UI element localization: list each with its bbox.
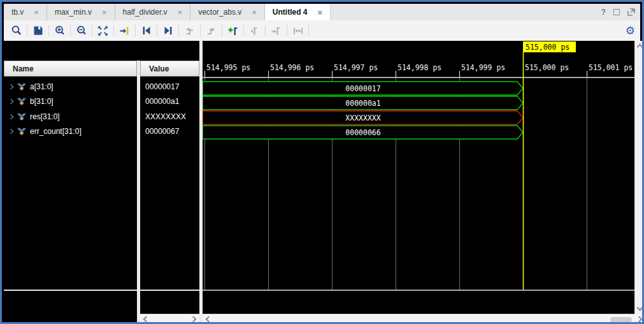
signal-name: res[31:0] bbox=[30, 112, 60, 121]
previous-marker-icon[interactable] bbox=[246, 22, 263, 39]
scroll-left-icon[interactable] bbox=[143, 316, 150, 323]
zoom-in-icon[interactable] bbox=[51, 22, 68, 39]
tab-half-divider-v[interactable]: half_divider.v × bbox=[115, 4, 191, 20]
signal-value: 00000067 bbox=[145, 127, 179, 136]
ruler-label: 514,999 ps bbox=[461, 63, 505, 72]
expand-chevron-icon[interactable] bbox=[8, 84, 13, 89]
column-header-value[interactable]: Value bbox=[140, 61, 199, 77]
close-icon[interactable]: × bbox=[317, 8, 324, 17]
bus-value: 00000066 bbox=[345, 128, 380, 137]
bus-value: XXXXXXXX bbox=[345, 114, 380, 122]
tab-label: Untitled 4 bbox=[273, 8, 308, 17]
value-row-err-count[interactable]: 00000067 bbox=[140, 124, 199, 138]
tab-label: vector_abs.v bbox=[198, 8, 241, 17]
ruler-label: 514,995 ps bbox=[206, 63, 250, 72]
tab-bar: tb.v × max_min.v × half_divider.v × vect… bbox=[4, 4, 640, 20]
maximize-icon[interactable] bbox=[613, 9, 620, 15]
bus-signal-icon bbox=[17, 128, 26, 135]
close-icon[interactable]: × bbox=[176, 8, 184, 17]
signal-row-a[interactable]: a[31:0] bbox=[4, 79, 137, 94]
bus-value: 00000017 bbox=[345, 84, 380, 93]
tab-tb-v[interactable]: tb.v × bbox=[4, 4, 47, 20]
zoom-out-icon[interactable] bbox=[73, 22, 90, 39]
expand-chevron-icon[interactable] bbox=[8, 114, 13, 119]
value-panel-hscrollbar[interactable] bbox=[140, 314, 199, 324]
scroll-up-icon[interactable] bbox=[637, 44, 643, 50]
expand-chevron-icon[interactable] bbox=[8, 128, 13, 133]
scroll-down-icon[interactable] bbox=[637, 305, 643, 311]
time-ruler[interactable]: 514,995 ps 514,996 ps 514,997 ps 514,998… bbox=[206, 63, 633, 72]
swap-cursors-icon[interactable] bbox=[289, 22, 306, 39]
column-header-label: Name bbox=[13, 64, 34, 73]
signal-value: XXXXXXXX bbox=[145, 112, 186, 121]
ruler-label: 515,000 ps bbox=[525, 63, 569, 72]
value-row-b[interactable]: 000000a1 bbox=[140, 94, 199, 108]
close-icon[interactable]: × bbox=[32, 8, 40, 17]
bus-signal-icon bbox=[17, 98, 26, 105]
window-controls: ? bbox=[601, 4, 640, 20]
signal-value: 000000a1 bbox=[145, 97, 179, 106]
close-icon[interactable]: × bbox=[101, 8, 108, 17]
scroll-left-icon[interactable] bbox=[206, 316, 212, 323]
hscroll-thumb[interactable] bbox=[610, 317, 632, 323]
tab-max-min-v[interactable]: max_min.v × bbox=[47, 4, 115, 20]
wave-toolbar: ⚙ bbox=[4, 20, 640, 41]
signal-value: 00000017 bbox=[145, 82, 179, 91]
cursor-time-text: 515,000 ps bbox=[526, 43, 569, 52]
signal-row-res[interactable]: res[31:0] bbox=[4, 109, 137, 124]
signal-row-err-count[interactable]: err_count[31:0] bbox=[4, 124, 137, 138]
signal-name: a[31:0] bbox=[30, 82, 54, 91]
wave-hscrollbar[interactable] bbox=[203, 314, 634, 324]
tab-label: max_min.v bbox=[55, 8, 92, 17]
ruler-label: 515,001 ps bbox=[589, 63, 633, 72]
wave-vscrollbar[interactable] bbox=[634, 41, 644, 314]
expand-chevron-icon[interactable] bbox=[8, 98, 13, 103]
go-to-time-0-icon[interactable] bbox=[138, 22, 155, 39]
signal-name: b[31:0] bbox=[30, 97, 54, 106]
zoom-fit-icon[interactable] bbox=[94, 22, 111, 39]
go-to-cursor-icon[interactable] bbox=[116, 22, 133, 39]
ruler-label: 514,997 ps bbox=[334, 63, 378, 72]
waveform-canvas[interactable]: 514,995 ps 514,996 ps 514,997 ps 514,998… bbox=[203, 41, 634, 314]
bus-signal-icon bbox=[17, 83, 26, 91]
signal-name: err_count[31:0] bbox=[30, 127, 82, 136]
tab-label: tb.v bbox=[11, 8, 24, 17]
next-transition-icon[interactable] bbox=[203, 22, 220, 39]
cursor-time-label[interactable]: 515,000 ps bbox=[523, 41, 576, 52]
go-to-last-time-icon[interactable] bbox=[159, 22, 176, 39]
tab-vector-abs-v[interactable]: vector_abs.v × bbox=[190, 4, 265, 20]
tab-untitled-4[interactable]: Untitled 4 × bbox=[265, 4, 331, 20]
help-icon[interactable]: ? bbox=[601, 8, 606, 17]
value-row-a[interactable]: 00000017 bbox=[140, 79, 199, 94]
settings-gear-icon[interactable]: ⚙ bbox=[626, 26, 635, 36]
signal-row-b[interactable]: b[31:0] bbox=[4, 94, 137, 108]
scroll-right-icon[interactable] bbox=[190, 316, 197, 323]
add-marker-icon[interactable] bbox=[224, 22, 241, 39]
save-wave-config-icon[interactable] bbox=[29, 22, 47, 39]
scrollbar-corner[interactable] bbox=[634, 314, 644, 324]
search-icon[interactable] bbox=[8, 22, 25, 39]
previous-transition-icon[interactable] bbox=[181, 22, 198, 39]
close-icon[interactable]: × bbox=[250, 8, 258, 17]
wave-window-body: Name Value a[31:0] b[31:0] bbox=[4, 41, 644, 324]
value-row-res[interactable]: XXXXXXXX bbox=[140, 109, 199, 124]
column-header-label: Value bbox=[149, 64, 169, 73]
ruler-label: 514,996 ps bbox=[270, 63, 314, 72]
tab-label: half_divider.v bbox=[123, 8, 168, 17]
float-window-icon[interactable] bbox=[627, 8, 635, 16]
scroll-right-icon[interactable] bbox=[636, 316, 643, 322]
next-marker-icon[interactable] bbox=[268, 22, 285, 39]
simulation-window: tb.v × max_min.v × half_divider.v × vect… bbox=[0, 0, 644, 324]
bus-signal-icon bbox=[17, 113, 26, 121]
column-header-name[interactable]: Name bbox=[4, 61, 137, 77]
ruler-label: 514,998 ps bbox=[397, 63, 441, 72]
bus-value: 000000a1 bbox=[345, 99, 380, 108]
